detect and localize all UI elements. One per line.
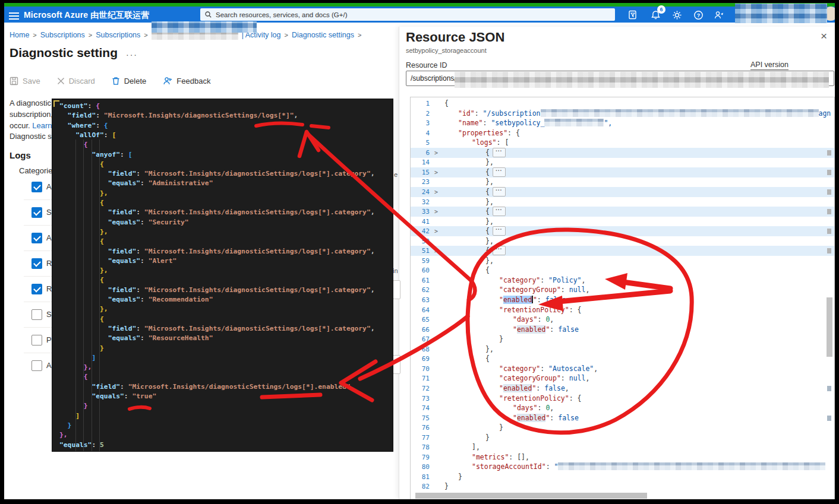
json-collapsed-row: 33>{··· bbox=[411, 207, 834, 217]
screenshot-border-left bbox=[0, 0, 4, 504]
line-number: 77 bbox=[411, 433, 430, 443]
json-code-row: 74"days": 0, bbox=[411, 403, 834, 413]
breadcrumb-home[interactable]: Home bbox=[10, 31, 29, 39]
json-line-content: }, bbox=[485, 177, 494, 187]
category-checkbox-ale[interactable] bbox=[31, 233, 42, 243]
line-number: 41 bbox=[411, 217, 430, 227]
json-line-content: {··· bbox=[485, 207, 490, 217]
line-number: 60 bbox=[411, 265, 430, 275]
category-checkbox-pol[interactable] bbox=[31, 335, 42, 345]
json-line-content: }, bbox=[485, 236, 494, 246]
json-line-content: {··· bbox=[485, 246, 490, 256]
fold-chevron-icon[interactable]: > bbox=[434, 167, 438, 177]
json-line-content: "retentionPolicy": { bbox=[499, 394, 582, 404]
category-checkbox-ser[interactable] bbox=[31, 309, 42, 320]
discard-button[interactable]: Discard bbox=[57, 77, 95, 85]
line-number: 51 bbox=[411, 246, 430, 256]
close-panel-icon[interactable]: × bbox=[821, 32, 827, 40]
category-checkbox-res[interactable] bbox=[31, 284, 42, 294]
line-number: 2 bbox=[411, 109, 430, 119]
json-code-row: 69{ bbox=[411, 354, 834, 364]
categories-label: Categories bbox=[19, 166, 56, 175]
category-checkbox-aut[interactable] bbox=[31, 360, 42, 371]
breadcrumb-subscriptions-2[interactable]: Subscriptions bbox=[96, 31, 140, 39]
json-line-content: "name": "setbypolicy_", bbox=[458, 118, 612, 128]
json-line-content: { bbox=[485, 265, 490, 275]
json-line-content: "categoryGroup": null, bbox=[499, 285, 589, 295]
breadcrumb-separator: > bbox=[144, 31, 147, 39]
command-toolbar: Save Discard Delete Feedback bbox=[10, 77, 210, 85]
horizontal-scrollbar-thumb[interactable] bbox=[415, 493, 647, 499]
screenshot-border-bottom bbox=[0, 499, 839, 504]
line-number: 69 bbox=[411, 354, 430, 364]
portal-menu-icon[interactable] bbox=[9, 11, 19, 21]
json-line-content: {··· bbox=[485, 167, 490, 177]
feedback-button[interactable]: Feedback bbox=[163, 77, 210, 85]
directory-filter-icon[interactable] bbox=[624, 7, 642, 23]
global-search-input[interactable]: Search resources, services, and docs (G+… bbox=[200, 8, 615, 21]
category-checkbox-sec[interactable] bbox=[31, 207, 42, 218]
line-number: 62 bbox=[411, 285, 430, 295]
json-code-row: 41}, bbox=[411, 217, 834, 227]
json-line-content: "id": "/subscriptionagn bbox=[458, 109, 831, 119]
help-icon[interactable]: ? bbox=[689, 7, 707, 23]
search-icon bbox=[205, 11, 212, 18]
json-line-content: "retentionPolicy": { bbox=[499, 305, 582, 315]
folded-region-ellipsis-badge: ··· bbox=[493, 246, 506, 255]
fold-chevron-icon[interactable]: > bbox=[434, 207, 438, 217]
clipped-text-fragment: e bbox=[394, 171, 398, 178]
json-line-content: "category": "Autoscale", bbox=[499, 364, 598, 374]
json-line-content: {··· bbox=[485, 148, 490, 158]
settings-gear-icon[interactable] bbox=[668, 7, 686, 23]
json-code-viewer[interactable]: 1{2"id": "/subscriptionagn3"name": "setb… bbox=[410, 97, 835, 500]
line-number: 64 bbox=[411, 305, 430, 315]
category-checkbox-adm[interactable] bbox=[31, 182, 42, 192]
policy-code-line: "equals": "Security" bbox=[59, 218, 189, 227]
json-line-content: "enabled": false bbox=[513, 325, 579, 335]
json-line-content: }, bbox=[485, 197, 494, 207]
save-button[interactable]: Save bbox=[10, 77, 40, 85]
breadcrumb-subscriptions-1[interactable]: Subscriptions bbox=[40, 31, 85, 39]
page-context-menu-icon[interactable]: ··· bbox=[126, 50, 138, 59]
api-version-label[interactable]: API version bbox=[750, 61, 788, 70]
clipped-text-fragment: in bbox=[393, 267, 398, 274]
line-number: 78 bbox=[411, 442, 430, 452]
line-number: 74 bbox=[411, 403, 430, 413]
fold-chevron-icon[interactable]: > bbox=[434, 148, 438, 158]
vertical-scrollbar-thumb[interactable] bbox=[827, 297, 832, 357]
line-number: 73 bbox=[411, 394, 430, 404]
policy-code-line: "equals": "true" bbox=[59, 392, 156, 401]
delete-button[interactable]: Delete bbox=[112, 77, 147, 85]
category-checkbox-rec[interactable] bbox=[31, 258, 42, 269]
fold-chevron-icon[interactable]: > bbox=[434, 246, 438, 256]
line-number: 76 bbox=[411, 423, 430, 433]
line-number: 61 bbox=[411, 275, 430, 286]
line-number: 33 bbox=[411, 207, 430, 217]
line-number: 68 bbox=[411, 344, 430, 354]
policy-code-line: "count": { bbox=[59, 102, 100, 111]
resource-json-subtitle: setbypolicy_storageaccount bbox=[406, 47, 487, 54]
fold-chevron-icon[interactable]: > bbox=[434, 187, 438, 197]
breadcrumb-separator: > bbox=[89, 31, 92, 39]
json-line-content: {··· bbox=[485, 226, 490, 236]
folded-region-ellipsis-badge: ··· bbox=[493, 167, 506, 177]
background-input-sliver bbox=[393, 280, 400, 299]
feedback-label: Feedback bbox=[176, 77, 210, 85]
line-number: 72 bbox=[411, 383, 430, 394]
json-code-row: 63"enabled": false, bbox=[411, 295, 834, 305]
breadcrumb-separator: > bbox=[33, 31, 36, 39]
code-snippet-marker-icon bbox=[53, 100, 59, 107]
fold-chevron-icon[interactable]: > bbox=[434, 226, 438, 236]
json-code-row: 23}, bbox=[411, 177, 834, 187]
json-collapsed-row: 6>{··· bbox=[411, 148, 834, 158]
json-line-content: "categoryGroup": null, bbox=[499, 373, 589, 383]
azure-brand-title[interactable]: Microsoft Azure 由世纪互联运营 bbox=[24, 10, 150, 21]
feedback-icon[interactable] bbox=[710, 7, 728, 23]
policy-code-line: }, bbox=[59, 430, 68, 440]
breadcrumb-diagnostic-settings[interactable]: Diagnostic settings bbox=[292, 31, 354, 39]
trash-icon bbox=[112, 77, 120, 85]
policy-code-line: "equals": "ResourceHealth" bbox=[59, 334, 213, 343]
overview-ruler-mark bbox=[827, 150, 831, 156]
json-code-row: 81} bbox=[411, 472, 834, 482]
line-number: 6 bbox=[411, 148, 430, 158]
